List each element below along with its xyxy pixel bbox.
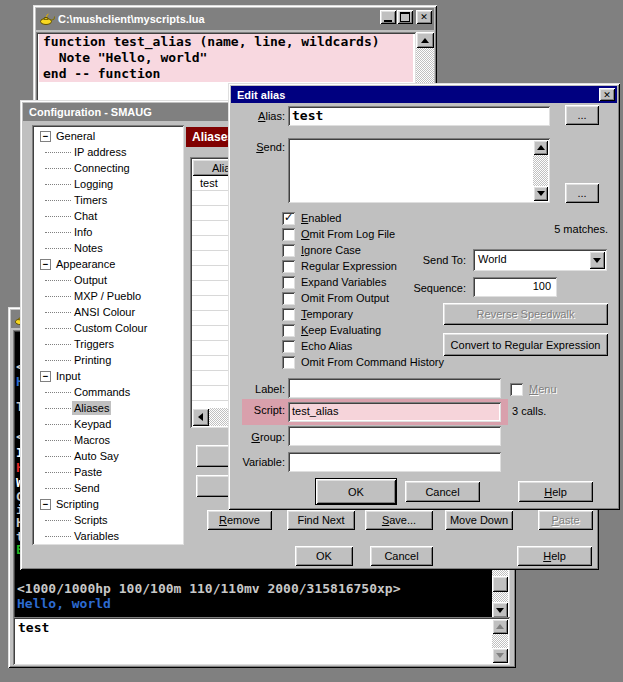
config-help-button[interactable]: Help <box>517 546 592 566</box>
scroll-up-button[interactable] <box>416 32 434 48</box>
collapse-icon[interactable]: − <box>40 499 51 510</box>
scroll-down-button[interactable] <box>492 602 508 618</box>
sidebar-item-chat[interactable]: Chat <box>32 208 184 224</box>
checkbox-expand-variables[interactable]: Expand Variables <box>282 274 386 290</box>
send-to-dropdown[interactable]: World <box>473 249 607 271</box>
alias-list-row[interactable]: test <box>200 177 218 189</box>
alias-browse-button[interactable]: ... <box>565 105 599 125</box>
sidebar-item-variables[interactable]: Variables <box>32 528 184 544</box>
tree-connector <box>45 152 71 154</box>
sidebar-item-logging[interactable]: Logging <box>32 176 184 192</box>
collapse-icon[interactable]: − <box>40 259 51 270</box>
checkbox-box[interactable] <box>282 308 295 321</box>
ok-button[interactable]: OK <box>315 478 397 505</box>
remove-button[interactable]: Remove <box>207 510 272 530</box>
sidebar-item-scripts[interactable]: Scripts <box>32 512 184 528</box>
scroll-up-button[interactable] <box>492 619 508 634</box>
alias-field[interactable]: test <box>288 106 550 126</box>
sidebar-item-triggers[interactable]: Triggers <box>32 336 184 352</box>
input-scrollbar[interactable] <box>492 619 508 663</box>
scroll-left-button[interactable] <box>192 408 209 426</box>
sidebar-item-scripting[interactable]: −Scripting <box>32 496 184 512</box>
minimize-button[interactable] <box>380 10 396 24</box>
move-down-button[interactable]: Move Down <box>445 510 513 530</box>
check-icon: ✓ <box>284 211 293 224</box>
sidebar-item-appearance[interactable]: −Appearance <box>32 256 184 272</box>
checkbox-box[interactable] <box>282 340 295 353</box>
sidebar-item-general[interactable]: −General <box>32 128 184 144</box>
cancel-button[interactable]: Cancel <box>405 481 480 502</box>
help-button[interactable]: Help <box>518 481 593 502</box>
variable-field[interactable] <box>288 452 501 472</box>
tree-connector <box>45 488 71 490</box>
sequence-field[interactable]: 100 <box>473 277 557 297</box>
sidebar-item-custom-colour[interactable]: Custom Colour <box>32 320 184 336</box>
checkbox-menu[interactable]: Menu <box>510 381 557 397</box>
find-next-button[interactable]: Find Next <box>287 510 355 530</box>
checkbox-box[interactable] <box>282 276 295 289</box>
sidebar-item-aliases[interactable]: Aliases <box>32 400 184 416</box>
sidebar-item-input[interactable]: −Input <box>32 368 184 384</box>
sidebar-item-macros[interactable]: Macros <box>32 432 184 448</box>
sidebar-item-send[interactable]: Send <box>32 480 184 496</box>
convert-to-regex-button[interactable]: Convert to Regular Expression <box>443 333 608 356</box>
send-scrollbar[interactable] <box>533 140 548 201</box>
sidebar-item-mxp-pueblo[interactable]: MXP / Pueblo <box>32 288 184 304</box>
checkbox-omit-from-output[interactable]: Omit From Output <box>282 290 389 306</box>
sidebar-item-commands[interactable]: Commands <box>32 384 184 400</box>
save-button[interactable]: Save... <box>365 510 433 530</box>
checkbox-box[interactable] <box>282 292 295 305</box>
variable-label: Variable: <box>230 456 285 468</box>
checkbox-temporary[interactable]: Temporary <box>282 306 353 322</box>
scroll-down-button[interactable] <box>533 186 548 201</box>
editor-titlebar[interactable]: C:\mushclient\myscripts.lua ✕ <box>36 8 434 30</box>
checkbox-box[interactable] <box>282 260 295 273</box>
paste-button[interactable]: Paste <box>538 510 593 530</box>
send-browse-button[interactable]: ... <box>565 183 599 203</box>
checkbox-box[interactable] <box>282 244 295 257</box>
reverse-speedwalk-button[interactable]: Reverse Speedwalk <box>443 303 608 325</box>
checkbox-ignore-case[interactable]: Ignore Case <box>282 242 361 258</box>
checkbox-echo-alias[interactable]: Echo Alias <box>282 338 352 354</box>
scrollbar-thumb[interactable] <box>492 576 508 592</box>
close-icon: ✕ <box>603 90 611 100</box>
checkbox-omit-from-command-history[interactable]: Omit From Command History <box>282 354 444 370</box>
sidebar-item-info[interactable]: Info <box>32 224 184 240</box>
scroll-up-button[interactable] <box>533 140 548 155</box>
checkbox-box[interactable] <box>282 324 295 337</box>
checkbox-box[interactable] <box>282 228 295 241</box>
command-input[interactable]: test <box>15 619 492 663</box>
config-ok-button[interactable]: OK <box>295 546 353 566</box>
checkbox-box[interactable]: ✓ <box>282 212 295 225</box>
checkbox-regular-expression[interactable]: Regular Expression <box>282 258 397 274</box>
checkbox-box[interactable] <box>510 383 523 396</box>
sidebar-item-output[interactable]: Output <box>32 272 184 288</box>
script-field[interactable]: test_alias <box>288 402 501 422</box>
send-field[interactable] <box>288 138 550 203</box>
close-button[interactable]: ✕ <box>599 88 615 101</box>
config-cancel-button[interactable]: Cancel <box>370 546 433 566</box>
dropdown-button[interactable] <box>589 251 605 269</box>
collapse-icon[interactable]: − <box>40 371 51 382</box>
checkbox-box[interactable] <box>282 356 295 369</box>
sidebar-item-printing[interactable]: Printing <box>32 352 184 368</box>
tree-connector <box>45 408 71 410</box>
maximize-button[interactable] <box>397 10 413 24</box>
sidebar-item-ansi-colour[interactable]: ANSI Colour <box>32 304 184 320</box>
checkbox-keep-evaluating[interactable]: Keep Evaluating <box>282 322 381 338</box>
sidebar-item-auto-say[interactable]: Auto Say <box>32 448 184 464</box>
scroll-down-button[interactable] <box>492 648 508 663</box>
sidebar-item-keypad[interactable]: Keypad <box>32 416 184 432</box>
label-field[interactable] <box>288 378 501 398</box>
sidebar-item-paste[interactable]: Paste <box>32 464 184 480</box>
sidebar-item-notes[interactable]: Notes <box>32 240 184 256</box>
dialog-titlebar[interactable]: Edit alias ✕ <box>231 86 617 103</box>
collapse-icon[interactable]: − <box>40 131 51 142</box>
close-button[interactable]: ✕ <box>416 10 432 24</box>
sidebar-item-connecting[interactable]: Connecting <box>32 160 184 176</box>
sidebar-item-timers[interactable]: Timers <box>32 192 184 208</box>
checkbox-enabled[interactable]: ✓ Enabled <box>282 210 341 226</box>
checkbox-omit-from-log-file[interactable]: Omit From Log File <box>282 226 395 242</box>
group-field[interactable] <box>288 426 501 446</box>
sidebar-item-ip-address[interactable]: IP address <box>32 144 184 160</box>
